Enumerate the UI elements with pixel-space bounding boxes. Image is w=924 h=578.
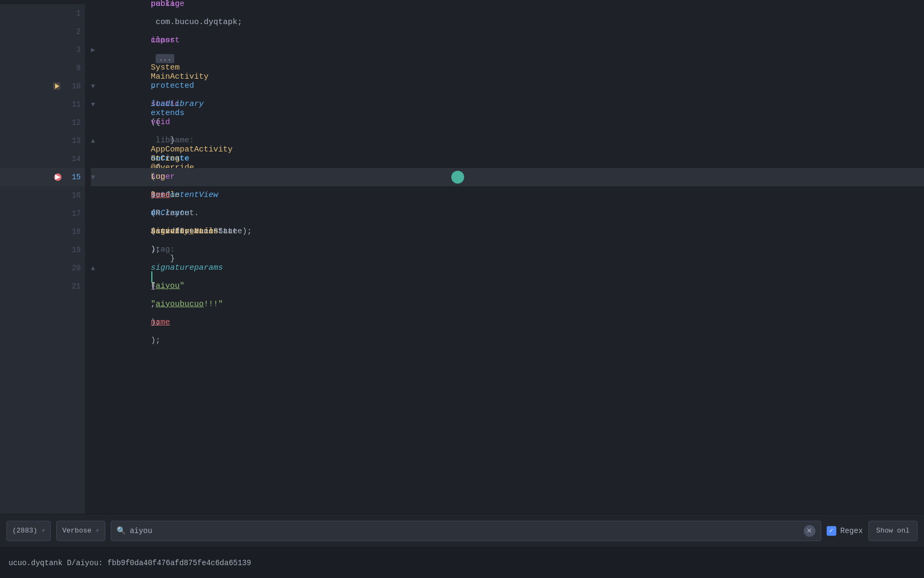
tag-dropdown[interactable]: (2883) ▼	[6, 521, 51, 541]
fold-icon-15[interactable]: ▼	[91, 173, 103, 181]
verbose-dropdown[interactable]: Verbose ▼	[56, 521, 105, 541]
line-number-2: 2	[64, 27, 81, 36]
line-21-code: }	[103, 259, 924, 314]
search-icon: 🔍	[117, 526, 126, 535]
gutter-icons-10	[52, 81, 61, 91]
line-number-11: 11	[64, 100, 81, 109]
log-output: ucuo.dyqtank D/aiyou: fbb9f0da40f476afd8…	[0, 547, 924, 578]
line-number-13: 13	[64, 136, 81, 145]
show-only-label: Show onl	[876, 527, 910, 535]
gutter-line-20: 20	[0, 259, 85, 277]
verbose-dropdown-arrow: ▼	[96, 528, 99, 534]
search-input[interactable]	[130, 527, 799, 535]
gutter-line-12: 12	[0, 113, 85, 132]
log-output-text: ucuo.dyqtank D/aiyou: fbb9f0da40f476afd8…	[9, 559, 251, 567]
gutter-line-15: 15	[0, 168, 85, 186]
gutter-line-13: 13	[0, 132, 85, 150]
line-number-10: 10	[64, 82, 81, 90]
gutter-icons-15	[54, 173, 61, 181]
line-number-21: 21	[64, 282, 81, 291]
show-only-button[interactable]: Show onl	[868, 521, 918, 541]
fold-icon-3[interactable]: ▶	[91, 45, 103, 54]
line-number-17: 17	[64, 209, 81, 218]
bottom-section: (2883) ▼ Verbose ▼ 🔍 ✕ ✓ Regex Show on	[0, 514, 924, 578]
gutter-line-11: 11	[0, 95, 85, 113]
line-number-12: 12	[64, 118, 81, 127]
verbose-dropdown-label: Verbose	[62, 527, 91, 535]
code-line-21: }	[91, 277, 924, 295]
code-area: 1 2 3 9 10	[0, 0, 924, 514]
fold-icon-11[interactable]: ▼	[91, 101, 103, 109]
fold-icon-10[interactable]: ▼	[91, 82, 103, 90]
line-number-14: 14	[64, 155, 81, 163]
fn-log-d: d	[151, 209, 156, 218]
run-gutter-icon-10[interactable]	[52, 81, 61, 91]
regex-checkbox[interactable]: ✓	[827, 526, 836, 536]
gutter-line-1: 1	[0, 4, 85, 22]
line-gutter: 1 2 3 9 10	[0, 4, 86, 514]
fold-close-icon-13[interactable]: ▲	[91, 137, 103, 145]
code-content: package com.bucuo.dyqtapk; ▶ import ...	[86, 4, 924, 514]
fold-close-icon-20[interactable]: ▲	[91, 264, 103, 272]
regex-area: ✓ Regex	[827, 526, 863, 536]
line-number-19: 19	[64, 246, 81, 254]
line-number-1: 1	[64, 9, 81, 18]
gutter-line-17: 17	[0, 204, 85, 223]
cls-log: Log	[151, 172, 165, 181]
search-box: 🔍 ✕	[111, 521, 821, 541]
line-number-16: 16	[64, 191, 81, 200]
editor-container: 1 2 3 9 10	[0, 0, 924, 578]
line-number-15: 15	[64, 173, 81, 181]
search-clear-button[interactable]: ✕	[804, 525, 815, 537]
gutter-line-18: 18	[0, 223, 85, 241]
line-number-18: 18	[64, 227, 81, 236]
gutter-line-10: 10	[0, 77, 85, 95]
breakpoint-icon-15[interactable]	[54, 173, 61, 181]
gutter-line-16: 16	[0, 186, 85, 204]
tag-dropdown-label: (2883)	[12, 527, 37, 535]
gutter-line-3: 3	[0, 41, 85, 59]
log-toolbar: (2883) ▼ Verbose ▼ 🔍 ✕ ✓ Regex Show on	[0, 514, 924, 547]
svg-marker-2	[55, 174, 60, 180]
kw-protected: protected	[151, 81, 194, 90]
regex-label: Regex	[841, 527, 863, 535]
line-number-9: 9	[64, 64, 81, 72]
gutter-line-14: 14	[0, 150, 85, 168]
gutter-line-2: 2	[0, 22, 85, 41]
gutter-line-19: 19	[0, 241, 85, 259]
var-name-ref: name	[151, 318, 170, 327]
gutter-line-9: 9	[0, 59, 85, 77]
tag-dropdown-arrow: ▼	[42, 528, 45, 534]
line-number-20: 20	[64, 264, 81, 272]
line-number-3: 3	[64, 45, 81, 54]
gutter-line-21: 21	[0, 277, 85, 295]
kw-public: public	[151, 0, 180, 9]
